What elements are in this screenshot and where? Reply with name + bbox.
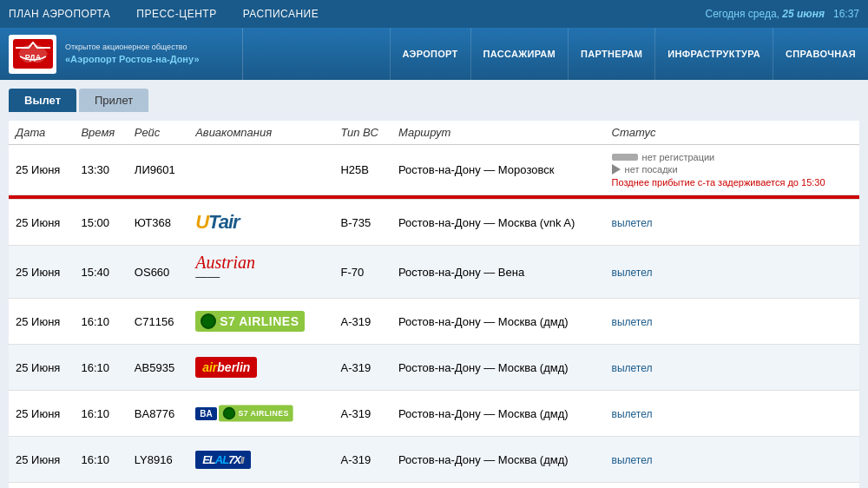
- status-label: нет регистрации: [642, 152, 715, 162]
- cell-status: вылетел: [605, 391, 859, 437]
- cell-route: Ростов-на-Дону — Москва (дмд): [391, 437, 605, 483]
- cell-aircraft: B-735: [333, 200, 391, 246]
- nav-airport[interactable]: АЭРОПОРТ: [390, 28, 470, 80]
- s7-logo-box: S7 AIRLINES: [195, 311, 304, 332]
- table-row: 25 Июня 16:10 LY8916 ELAL7XII A-319 Рост…: [9, 437, 859, 483]
- status-label: вылетел: [612, 362, 653, 374]
- schedule-link[interactable]: РАСПИСАНИЕ: [243, 8, 319, 20]
- cell-aircraft: A-319: [333, 345, 391, 391]
- airberlin-logo-box: airberlin: [195, 357, 257, 378]
- cell-route: Ростов-на-Дону — Москва (дмд): [391, 391, 605, 437]
- cell-flight: BA8776: [128, 391, 188, 437]
- main-navigation: АЭРОПОРТ ПАССАЖИРАМ ПАРТНЕРАМ ИНФРАСТРУК…: [243, 28, 868, 80]
- current-time: 16:37: [833, 8, 859, 20]
- airport-plan-link[interactable]: ПЛАН АЭРОПОРТА: [9, 8, 110, 20]
- cell-status: вылетел: [605, 345, 859, 391]
- s7-circle-icon: [222, 407, 234, 419]
- cell-airline: [188, 145, 333, 195]
- cell-status: вылетел: [605, 246, 859, 299]
- cell-status: нет регистрации нет посадки Позднее приб…: [605, 145, 859, 195]
- cell-date: 25 Июня: [9, 345, 74, 391]
- cell-airline-ba-s7: BA S7 AIRLINES: [188, 391, 333, 437]
- s7-small-logo: S7 AIRLINES: [219, 405, 293, 421]
- austrian-logo: Austrian ——: [195, 253, 326, 291]
- cell-aircraft: H25B: [333, 145, 391, 195]
- red-divider: [9, 195, 859, 199]
- cell-airline-utair: UTair: [188, 200, 333, 246]
- cell-aircraft: A-319: [333, 483, 391, 489]
- cell-date: 25 Июня: [9, 299, 74, 345]
- table-row: 25 Июня 16:10 AB5935 airberlin A-319 Рос…: [9, 345, 859, 391]
- cell-flight: LY8916: [128, 437, 188, 483]
- cell-date: 25 Июня: [9, 391, 74, 437]
- col-route: Маршрут: [391, 121, 605, 145]
- cell-status: вылетел: [605, 437, 859, 483]
- cell-status: вылетел: [605, 483, 859, 489]
- svg-text:РДА: РДА: [24, 53, 41, 62]
- table-row: 25 Июня 16:10 С71156 S7 AIRLINES A-319 Р…: [9, 299, 859, 345]
- col-time: Время: [74, 121, 127, 145]
- utair-logo: UTair: [195, 207, 326, 238]
- cell-aircraft: A-319: [333, 437, 391, 483]
- cell-flight: PS9016: [128, 483, 188, 489]
- status-delay-notice: Позднее прибытие с-та задерживается до 1…: [612, 177, 852, 188]
- flight-table: Дата Время Рейс Авиакомпания Тип ВС Марш…: [9, 121, 859, 488]
- s7-text: S7 AIRLINES: [220, 314, 299, 328]
- nav-infrastructure[interactable]: ИНФРАСТРУКТУРА: [654, 28, 773, 80]
- col-flight: Рейс: [128, 121, 188, 145]
- cell-route: Ростов-на-Дону — Москва (дмд): [391, 299, 605, 345]
- status-label: вылетел: [612, 454, 653, 466]
- status-no-boarding: нет посадки: [612, 164, 852, 175]
- cell-airline-s7: S7 AIRLINES: [188, 299, 333, 345]
- status-bar-icon: [612, 154, 638, 161]
- cell-date: 25 Июня: [9, 145, 74, 195]
- logo-bar: РДА Открытое акционерное общество «Аэроп…: [0, 28, 868, 80]
- cell-flight: ЮТ368: [128, 200, 188, 246]
- cell-time: 16:10: [74, 299, 127, 345]
- cell-route: Ростов-на-Дону — Вена: [391, 246, 605, 299]
- cell-status: вылетел: [605, 299, 859, 345]
- status-label: нет посадки: [625, 164, 678, 175]
- tabs-container: Вылет Прилет: [9, 89, 859, 112]
- airberlin-logo: airberlin: [195, 352, 326, 383]
- austrian-underline: ——: [195, 269, 220, 283]
- col-date: Дата: [9, 121, 74, 145]
- logo-svg: РДА: [11, 37, 55, 70]
- cell-flight: С71156: [128, 299, 188, 345]
- cell-time: 16:10: [74, 391, 127, 437]
- press-center-link[interactable]: ПРЕСС-ЦЕНТР: [136, 8, 216, 20]
- cell-route: Ростов-на-Дону — Москва (дмд): [391, 345, 605, 391]
- airport-logo-icon: РДА: [9, 35, 56, 74]
- cell-airline-austrian: Austrian ——: [188, 246, 333, 299]
- status-label: вылетел: [612, 217, 653, 229]
- cell-time: 15:40: [74, 246, 127, 299]
- table-row: 25 Июня 15:40 OS660 Austrian —— F-70 Рос…: [9, 246, 859, 299]
- tab-arrival[interactable]: Прилет: [79, 89, 148, 112]
- cell-airline-elal: ELAL7XII: [188, 437, 333, 483]
- ba-logo: BA: [195, 407, 216, 420]
- nav-reference[interactable]: СПРАВОЧНАЯ: [773, 28, 868, 80]
- cell-time: 15:00: [74, 200, 127, 246]
- cell-flight: ЛИ9601: [128, 145, 188, 195]
- tab-departure[interactable]: Вылет: [9, 89, 76, 112]
- cell-flight: OS660: [128, 246, 188, 299]
- table-row: 25 Июня 15:00 ЮТ368 UTair B-735 Ростов-н…: [9, 200, 859, 246]
- s7-logo: S7 AIRLINES: [195, 306, 326, 337]
- company-name: Открытое акционерное общество «Аэропорт …: [65, 42, 200, 66]
- cell-route: Ростов-на-Дону — Москва (дмд): [391, 483, 605, 489]
- nav-partners[interactable]: ПАРТНЕРАМ: [568, 28, 654, 80]
- logo-section: РДА Открытое акционерное общество «Аэроп…: [0, 28, 243, 80]
- status-label: вылетел: [612, 267, 653, 279]
- cell-time: 16:10: [74, 483, 127, 489]
- cell-route: Ростов-на-Дону — Морозовск: [391, 145, 605, 195]
- ba-s7-logo: BA S7 AIRLINES: [195, 398, 326, 429]
- cell-route: Ростов-на-Дону — Москва (vnk A): [391, 200, 605, 246]
- table-row: 25 Июня 16:10 BA8776 BA S7 AIRLINES A-31…: [9, 391, 859, 437]
- cell-airline-airberlin: airberlin: [188, 345, 333, 391]
- table-row: 25 Июня 16:10 PS9016 MAV A-319 Ростов-на…: [9, 483, 859, 489]
- nav-passengers[interactable]: ПАССАЖИРАМ: [470, 28, 568, 80]
- cell-date: 25 Июня: [9, 483, 74, 489]
- cell-aircraft: F-70: [333, 246, 391, 299]
- cell-status: вылетел: [605, 200, 859, 246]
- play-icon: [612, 164, 621, 175]
